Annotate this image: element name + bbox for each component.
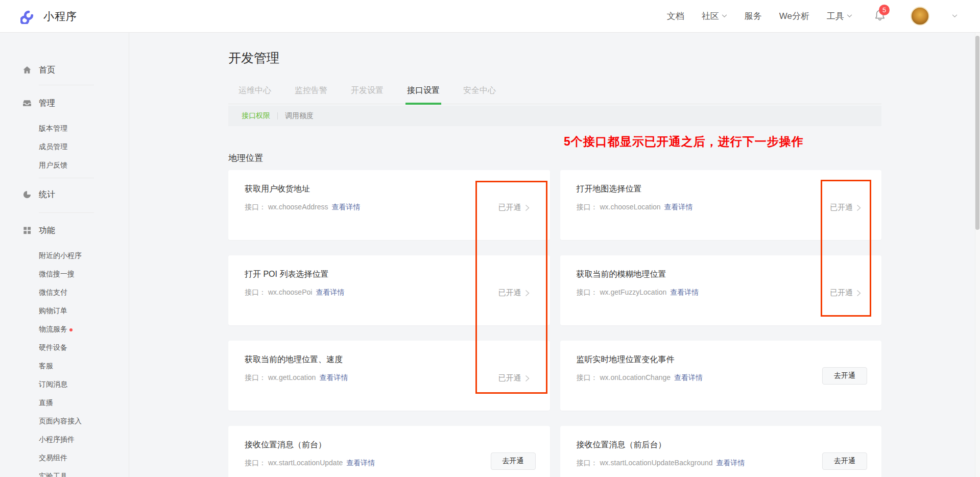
activate-button[interactable]: 去开通 <box>491 452 536 470</box>
api-card-line: 接口：wx.chooseLocation查看详情 <box>577 202 866 212</box>
api-card-choose-poi: 打开 POI 列表选择位置 接口：wx.choosePoi查看详情 已开通 <box>228 255 550 325</box>
sidebar-item-wechat-pay[interactable]: 微信支付 <box>0 283 129 302</box>
sidebar-item-logistics[interactable]: 物流服务 <box>0 320 129 339</box>
subtab-api-permissions[interactable]: 接口权限 <box>234 111 277 121</box>
chevron-down-icon <box>847 14 852 18</box>
sidebar-item-label: 管理 <box>39 98 55 109</box>
sidebar-item-label: 统计 <box>39 189 55 200</box>
sidebar-item-user-feedback[interactable]: 用户反馈 <box>0 156 129 175</box>
status-opened[interactable]: 已开通 <box>830 203 861 212</box>
sidebar-item-live[interactable]: 直播 <box>0 394 129 412</box>
api-card-title: 获取当前的地理位置、速度 <box>245 354 534 365</box>
notification-bell[interactable]: 5 <box>874 9 886 24</box>
top-navigation: 文档 社区 服务 We分析 工具 5 <box>667 7 958 26</box>
sidebar-item-label: 版本管理 <box>39 124 67 133</box>
view-details-link[interactable]: 查看详情 <box>319 373 348 381</box>
status-opened[interactable]: 已开通 <box>498 203 530 212</box>
sidebar-item-label: 购物订单 <box>39 306 67 316</box>
sidebar-item-shopping-orders[interactable]: 购物订单 <box>0 302 129 320</box>
api-card-line: 接口：wx.chooseAddress查看详情 <box>245 202 534 212</box>
api-card-get-fuzzy-location: 获取当前的模糊地理位置 接口：wx.getFuzzyLocation查看详情 已… <box>560 255 882 325</box>
new-badge-dot <box>69 328 73 331</box>
sidebar-item-trade-components[interactable]: 交易组件 <box>0 449 129 467</box>
api-card-line: 接口：wx.getLocation查看详情 <box>245 372 534 383</box>
sidebar-item-member-manage[interactable]: 成员管理 <box>0 138 129 156</box>
nav-community[interactable]: 社区 <box>702 10 727 22</box>
subtab-bar: 接口权限 调用额度 <box>228 106 881 126</box>
status-label: 已开通 <box>498 288 521 298</box>
app-logo[interactable]: 小程序 <box>20 8 77 24</box>
nav-docs[interactable]: 文档 <box>667 10 684 22</box>
status-label: 已开通 <box>498 203 521 212</box>
api-card-start-location-update: 接收位置消息（前台） 接口：wx.startLocationUpdate查看详情… <box>228 426 550 477</box>
api-name: wx.chooseAddress <box>268 203 328 211</box>
nav-tools[interactable]: 工具 <box>827 10 852 22</box>
api-label: 接口： <box>577 373 598 381</box>
tab-bar: 运维中心 监控告警 开发设置 接口设置 安全中心 <box>228 85 881 104</box>
tab-monitor-alerts[interactable]: 监控告警 <box>293 85 329 104</box>
notification-badge: 5 <box>879 5 890 15</box>
api-name: wx.getLocation <box>268 373 316 381</box>
sidebar-item-manage[interactable]: 管理 <box>0 91 129 115</box>
api-card-on-location-change: 监听实时地理位置变化事件 接口：wx.onLocationChange查看详情 … <box>560 341 882 411</box>
sidebar-item-label: 微信搜一搜 <box>39 270 75 279</box>
view-details-link[interactable]: 查看详情 <box>716 459 745 467</box>
sidebar-item-home[interactable]: 首页 <box>0 58 129 82</box>
view-details-link[interactable]: 查看详情 <box>346 459 375 467</box>
api-card-choose-address: 获取用户收货地址 接口：wx.chooseAddress查看详情 已开通 <box>228 170 550 240</box>
subtab-call-quota[interactable]: 调用额度 <box>278 111 321 121</box>
api-label: 接口： <box>577 459 598 467</box>
tab-dev-settings[interactable]: 开发设置 <box>349 85 385 104</box>
chevron-right-icon <box>525 290 530 297</box>
view-details-link[interactable]: 查看详情 <box>664 203 693 211</box>
activate-button[interactable]: 去开通 <box>822 452 867 470</box>
activate-button[interactable]: 去开通 <box>822 367 867 385</box>
sidebar-item-label: 交易组件 <box>39 454 67 463</box>
sidebar-item-page-content[interactable]: 页面内容接入 <box>0 412 129 431</box>
sidebar-item-label: 客服 <box>39 362 53 371</box>
sidebar-item-customer-service[interactable]: 客服 <box>0 357 129 375</box>
sidebar-item-nearby-miniprogram[interactable]: 附近的小程序 <box>0 247 129 265</box>
status-opened[interactable]: 已开通 <box>498 288 530 298</box>
pie-chart-icon <box>22 189 32 200</box>
sidebar: 首页 管理 版本管理 成员管理 用户反馈 统计 功能 附近的小程 <box>0 33 129 477</box>
api-label: 接口： <box>245 288 266 296</box>
nav-services[interactable]: 服务 <box>745 10 762 22</box>
sidebar-item-lab-tools[interactable]: 实验工具 <box>0 467 129 477</box>
nav-tools-label: 工具 <box>827 10 844 22</box>
sidebar-item-subscribe-message[interactable]: 订阅消息 <box>0 375 129 394</box>
sidebar-item-features[interactable]: 功能 <box>0 219 129 242</box>
nav-services-label: 服务 <box>745 10 762 22</box>
api-card-line: 接口：wx.choosePoi查看详情 <box>245 287 534 298</box>
sidebar-item-hardware[interactable]: 硬件设备 <box>0 339 129 357</box>
sidebar-item-wechat-search[interactable]: 微信搜一搜 <box>0 265 129 283</box>
tab-operations-center[interactable]: 运维中心 <box>237 85 273 104</box>
api-name: wx.getFuzzyLocation <box>600 288 667 296</box>
scrollbar-track[interactable] <box>975 33 980 477</box>
status-opened[interactable]: 已开通 <box>498 373 530 383</box>
tab-api-settings[interactable]: 接口设置 <box>405 85 441 105</box>
tab-security-center[interactable]: 安全中心 <box>462 85 497 104</box>
view-details-link[interactable]: 查看详情 <box>332 203 361 211</box>
status-opened[interactable]: 已开通 <box>830 288 861 298</box>
sidebar-item-plugins[interactable]: 小程序插件 <box>0 431 129 449</box>
sidebar-item-statistics[interactable]: 统计 <box>0 183 129 206</box>
nav-we-analytics-label: We分析 <box>779 10 809 22</box>
grid-icon <box>22 225 32 235</box>
miniprogram-logo-icon <box>20 8 36 24</box>
view-details-link[interactable]: 查看详情 <box>316 288 344 296</box>
api-name: wx.onLocationChange <box>600 373 671 381</box>
api-card-line: 接口：wx.getFuzzyLocation查看详情 <box>577 287 866 298</box>
api-name: wx.startLocationUpdate <box>268 459 343 467</box>
user-avatar[interactable] <box>911 7 929 26</box>
view-details-link[interactable]: 查看详情 <box>670 288 699 296</box>
view-details-link[interactable]: 查看详情 <box>674 373 703 381</box>
account-chevron-down-icon[interactable] <box>952 14 958 18</box>
sidebar-item-version-manage[interactable]: 版本管理 <box>0 120 129 138</box>
nav-we-analytics[interactable]: We分析 <box>779 10 809 22</box>
topbar: 小程序 文档 社区 服务 We分析 工具 5 <box>0 0 980 33</box>
section-title-location: 地理位置 <box>228 152 263 164</box>
chevron-right-icon <box>525 375 530 382</box>
scrollbar-thumb[interactable] <box>975 36 979 230</box>
api-label: 接口： <box>245 459 266 467</box>
